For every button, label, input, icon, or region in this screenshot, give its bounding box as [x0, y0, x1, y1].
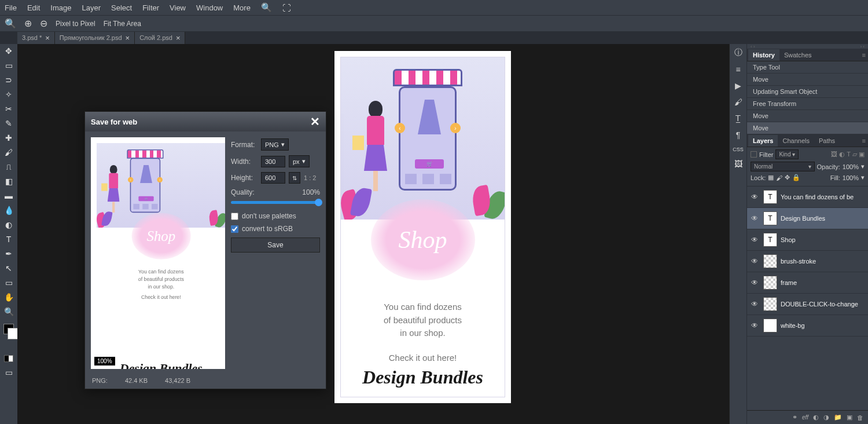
- glyphs-icon[interactable]: ¶: [736, 130, 741, 140]
- layer-row[interactable]: 👁DOUBLE-CLICK-to-change: [747, 294, 868, 315]
- paragraph-icon[interactable]: ≡: [735, 65, 740, 74]
- history-item[interactable]: Move: [747, 122, 868, 134]
- new-layer-icon[interactable]: ▣: [847, 414, 852, 421]
- menu-more[interactable]: More: [233, 3, 251, 12]
- filter-checkbox[interactable]: [751, 151, 757, 158]
- pixel-to-pixel-button[interactable]: Pixel to Pixel: [56, 20, 95, 28]
- mask-icon[interactable]: ◐: [813, 414, 819, 421]
- screen-mode-icon[interactable]: ▭: [3, 368, 14, 377]
- swatches-tab[interactable]: Swatches: [779, 49, 816, 61]
- type-tool[interactable]: T: [3, 235, 14, 243]
- save-button[interactable]: Save: [231, 237, 320, 253]
- srgb-checkbox[interactable]: [231, 225, 238, 233]
- layer-row[interactable]: 👁white-bg: [747, 315, 868, 337]
- filter-type-icon[interactable]: T: [847, 151, 851, 158]
- history-item[interactable]: Free Transform: [747, 98, 868, 110]
- dodge-tool[interactable]: ◐: [3, 220, 14, 229]
- quickmask-icon[interactable]: [4, 355, 13, 362]
- stamp-tool[interactable]: ⎍: [3, 162, 14, 171]
- menu-image[interactable]: Image: [50, 3, 71, 12]
- width-input[interactable]: [261, 156, 285, 167]
- close-icon[interactable]: ×: [45, 34, 50, 42]
- lasso-tool[interactable]: ⊃: [3, 75, 14, 84]
- fx-icon[interactable]: eff: [802, 414, 808, 421]
- adjustment-icon[interactable]: ◑: [823, 414, 829, 421]
- fit-area-button[interactable]: Fit The Area: [104, 20, 141, 28]
- height-input[interactable]: [261, 172, 285, 184]
- layer-row[interactable]: 👁TDesign Bundles: [747, 208, 868, 229]
- zoom-out-icon[interactable]: ⊖: [40, 18, 47, 29]
- path-tool[interactable]: ↖: [3, 264, 14, 272]
- hand-tool[interactable]: ✋: [3, 293, 14, 301]
- blend-mode-select[interactable]: Normal▾: [751, 162, 815, 171]
- link-dimensions-icon[interactable]: ⇅: [289, 172, 300, 184]
- visibility-icon[interactable]: 👁: [749, 257, 760, 265]
- menu-filter[interactable]: Filter: [142, 3, 159, 12]
- fullscreen-icon[interactable]: ⛶: [282, 3, 291, 13]
- layer-row[interactable]: 👁brush-stroke: [747, 251, 868, 272]
- panel-menu-icon[interactable]: ≡: [862, 137, 866, 144]
- heal-tool[interactable]: ✚: [3, 133, 14, 142]
- history-item[interactable]: Move: [747, 110, 868, 122]
- history-tab[interactable]: History: [748, 49, 779, 61]
- layer-row[interactable]: 👁TShop: [747, 229, 868, 251]
- lock-transparent-icon[interactable]: ▦: [768, 174, 774, 181]
- layer-row[interactable]: 👁TYou can find dozens of be: [747, 187, 868, 208]
- menu-select[interactable]: Select: [111, 3, 132, 12]
- close-icon[interactable]: ✕: [310, 115, 320, 129]
- history-item[interactable]: Type Tool: [747, 61, 868, 74]
- menu-layer[interactable]: Layer: [82, 3, 101, 12]
- close-icon[interactable]: ×: [126, 34, 130, 42]
- format-select[interactable]: PNG▾: [261, 138, 289, 151]
- wand-tool[interactable]: ✧: [3, 90, 14, 98]
- width-unit-select[interactable]: px▾: [289, 155, 310, 167]
- layer-row[interactable]: 👁frame: [747, 272, 868, 294]
- opacity-dropdown-icon[interactable]: ▾: [861, 163, 865, 170]
- filter-smart-icon[interactable]: ▣: [859, 151, 865, 158]
- visibility-icon[interactable]: 👁: [749, 236, 760, 244]
- menu-edit[interactable]: Edit: [27, 3, 40, 12]
- folder-icon[interactable]: 📁: [834, 414, 842, 421]
- trash-icon[interactable]: 🗑: [857, 414, 863, 421]
- pen-tool[interactable]: ✒: [3, 249, 14, 258]
- image-icon[interactable]: 🖼: [734, 159, 742, 169]
- lock-all-icon[interactable]: 🔒: [792, 174, 800, 181]
- quality-slider[interactable]: [231, 201, 320, 204]
- panel-menu-icon[interactable]: ≡: [862, 52, 866, 59]
- adjustments-icon[interactable]: 🖌: [734, 97, 742, 107]
- paths-tab[interactable]: Paths: [814, 135, 840, 147]
- lock-move-icon[interactable]: ✥: [785, 174, 790, 181]
- info-icon[interactable]: ⓘ: [734, 47, 742, 58]
- gradient-tool[interactable]: ▬: [3, 191, 14, 200]
- actions-icon[interactable]: ▶: [735, 81, 741, 90]
- history-item[interactable]: Move: [747, 74, 868, 86]
- zoom-tool-icon[interactable]: 🔍: [5, 18, 16, 29]
- filter-adjust-icon[interactable]: ◐: [839, 151, 845, 158]
- character-icon[interactable]: T̲: [735, 114, 741, 123]
- crop-tool[interactable]: ✂: [3, 104, 14, 113]
- visibility-icon[interactable]: 👁: [749, 214, 760, 222]
- fill-dropdown-icon[interactable]: ▾: [861, 174, 865, 181]
- close-icon[interactable]: ×: [176, 34, 181, 42]
- menu-window[interactable]: Window: [196, 3, 223, 12]
- kind-select[interactable]: Kind▾: [775, 149, 799, 159]
- lock-paint-icon[interactable]: 🖌: [776, 174, 782, 181]
- channels-tab[interactable]: Channels: [778, 135, 814, 147]
- eraser-tool[interactable]: ◧: [3, 177, 14, 185]
- eyedropper-tool[interactable]: ✎: [3, 119, 14, 127]
- document-tab[interactable]: 3.psd *×: [17, 32, 55, 44]
- document-tab[interactable]: Прямоугольник 2.psd×: [55, 32, 135, 44]
- blur-tool[interactable]: 💧: [3, 206, 14, 214]
- menu-file[interactable]: File: [5, 3, 17, 12]
- visibility-icon[interactable]: 👁: [749, 300, 760, 308]
- brush-tool[interactable]: 🖌: [3, 148, 14, 156]
- visibility-icon[interactable]: 👁: [749, 193, 760, 201]
- marquee-tool[interactable]: ▭: [3, 61, 14, 70]
- visibility-icon[interactable]: 👁: [749, 321, 760, 330]
- visibility-icon[interactable]: 👁: [749, 279, 760, 287]
- link-layers-icon[interactable]: ⚭: [792, 414, 797, 421]
- move-tool[interactable]: ✥: [3, 46, 14, 55]
- filter-shape-icon[interactable]: ▱: [852, 151, 857, 158]
- document-tab[interactable]: Слой 2.psd×: [135, 32, 185, 44]
- canvas[interactable]: ‹ › 🛒 Shop You can find dozens of beauti…: [334, 51, 511, 403]
